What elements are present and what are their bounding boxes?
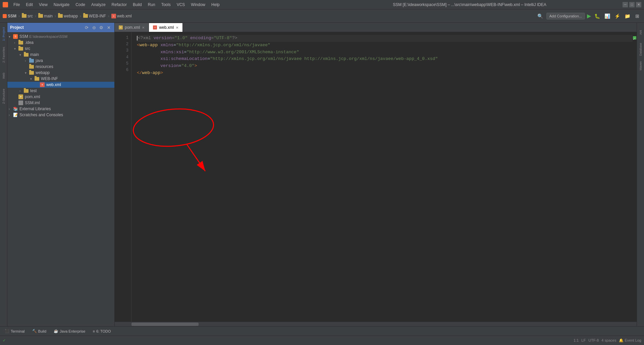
tab-java-enterprise[interactable]: ☕ Java Enterprise [50,328,89,334]
status-bar: ✓ 1:1 LF UTF-8 4 spaces 🔔 Event Log [0,336,644,345]
menu-file[interactable]: File [11,2,22,8]
tree-item-webxml[interactable]: X web.xml [7,82,114,88]
line-numbers: 1 2 3 4 5 6 [115,32,131,322]
menu-bar: File Edit View Navigate Code Analyze Ref… [11,2,317,8]
breadcrumb: SSM › src › main › webapp › WEB-INF › X … [3,14,132,18]
sidebar-favorites-icon[interactable]: 2: Favorites [0,45,7,65]
breadcrumb-ssm[interactable]: SSM [3,14,16,18]
vcs-icon[interactable]: 📁 [623,12,631,20]
right-sidebar-maven[interactable]: Maven [637,58,644,74]
tree-item-pomxml[interactable]: P pom.xml [7,94,114,100]
menu-run[interactable]: Run [145,2,158,8]
encoding-status[interactable]: UTF-8 [588,338,599,343]
tree-item-java[interactable]: › java [7,58,114,64]
window-title: SSM [E:\ideaworkspace\SSM] – ...\src\mai… [317,2,623,7]
sidebar-web-icon[interactable]: Web [0,66,7,86]
sync-icon[interactable]: ⟳ [84,24,90,30]
menu-refactor[interactable]: Refactor [109,2,129,8]
project-panel: Project ⟳ ⊖ ⚙ ✕ ▾ S SSM E:\ideaworkspace… [7,23,115,326]
close-panel-icon[interactable]: ✕ [106,24,112,30]
layout-icon[interactable]: ⊞ [633,12,641,20]
menu-tools[interactable]: Tools [159,2,173,8]
code-line-2: <web-app xmlns="http://xmlns.jcp.org/xml… [137,42,633,49]
tab-webxml[interactable]: X web.xml ✕ [149,23,183,32]
menu-help[interactable]: Help [209,2,222,8]
tree-item-scratches[interactable]: › 📝 Scratches and Consoles [7,112,114,118]
editor-scrollbar[interactable] [115,322,637,326]
project-header: Project ⟳ ⊖ ⚙ ✕ [7,23,114,32]
webxml-tab-icon: X [153,25,157,29]
breadcrumb-webxml[interactable]: X web.xml [111,14,132,18]
menu-edit[interactable]: Edit [23,2,36,8]
right-sidebar-ant[interactable]: Ant [637,24,644,41]
window-controls: ─ □ ✕ [623,2,641,7]
maximize-button[interactable]: □ [629,2,635,7]
build-tab-label: Build [38,329,46,333]
breadcrumb-webapp[interactable]: webapp [58,14,78,18]
tree-item-external-libraries[interactable]: › 📚 External Libraries [7,106,114,112]
code-line-5: version="4.0"> [137,63,633,70]
todo-tab-label: 6: TODO [96,329,111,333]
editor-area: 1 2 3 4 5 6 <?xml version="1.0" encoding… [115,32,637,326]
right-sidebar-database[interactable]: Database [637,41,644,58]
close-webxml-tab[interactable]: ✕ [176,26,178,29]
collapse-all-icon[interactable]: ⊖ [91,24,97,30]
tree-item-idea[interactable]: › .idea [7,40,114,46]
add-configuration-button[interactable]: Add Configuration... [546,13,585,19]
sidebar-structure-icon[interactable]: Z-Structure [0,86,7,107]
tree-item-ssmiml[interactable]: SSM.iml [7,100,114,106]
code-line-6: </web-app> [137,70,633,77]
menu-navigate[interactable]: Navigate [51,2,72,8]
app-icon [3,2,8,7]
minimize-button[interactable]: ─ [623,2,628,7]
code-area[interactable]: <?xml version="1.0" encoding="UTF-8"?> <… [131,32,633,322]
editor-tabs: P pom.xml ✕ X web.xml ✕ [115,23,637,32]
right-sidebar: Ant Database Maven [637,23,644,326]
menu-build[interactable]: Build [130,2,145,8]
tree-item-main[interactable]: ▾ main [7,52,114,58]
breadcrumb-src[interactable]: src [22,14,33,18]
tab-build[interactable]: 🔨 Build [29,328,50,334]
menu-analyze[interactable]: Analyze [89,2,108,8]
tree-item-src[interactable]: ▾ src [7,46,114,52]
tab-todo[interactable]: ≡ 6: TODO [89,329,114,334]
menu-window[interactable]: Window [188,2,208,8]
java-enterprise-tab-label: Java Enterprise [60,329,85,333]
gutter-checkmark: ✓ [633,36,636,40]
tree-item-webinf[interactable]: ▾ WEB-INF [7,76,114,82]
editor-right-gutter: ✓ [633,32,637,322]
toolbar: SSM › src › main › webapp › WEB-INF › X … [0,9,644,23]
tab-terminal[interactable]: ⬛ Terminal [1,328,28,334]
event-log[interactable]: 🔔 Event Log [619,338,641,343]
run-button[interactable]: ▶ [587,13,591,19]
breadcrumb-main[interactable]: main [38,14,53,18]
coverage-icon[interactable]: 📊 [603,12,611,20]
tab-pomxml[interactable]: P pom.xml ✕ [115,23,149,32]
tree-item-resources[interactable]: resources [7,64,114,70]
tab-webxml-label: web.xml [159,25,174,30]
profile-icon[interactable]: ⚡ [613,12,621,20]
tree-item-webapp[interactable]: ▾ webapp [7,70,114,76]
indent-status[interactable]: 4 spaces [601,338,616,343]
close-button[interactable]: ✕ [636,2,641,7]
pomxml-tab-icon: P [119,25,123,29]
menu-code[interactable]: Code [73,2,88,8]
editor-content[interactable]: 1 2 3 4 5 6 <?xml version="1.0" encoding… [115,32,637,322]
file-tree: ▾ S SSM E:\ideaworkspace\SSM › .idea ▾ s… [7,32,114,326]
line-ending[interactable]: LF [581,338,586,343]
sidebar-project-icon[interactable]: 1: Project [0,24,7,44]
settings-icon[interactable]: ⚙ [98,24,104,30]
tree-item-test[interactable]: › test [7,88,114,94]
close-pomxml-tab[interactable]: ✕ [142,26,145,29]
toolbar-right: 🔍 Add Configuration... ▶ 🐛 📊 ⚡ 📁 ⊞ [536,12,641,20]
debug-icon[interactable]: 🐛 [593,12,601,20]
status-ok-icon: ✓ [3,338,6,343]
menu-vcs[interactable]: VCS [174,2,188,8]
tree-item-ssm-root[interactable]: ▾ S SSM E:\ideaworkspace\SSM [7,33,114,40]
code-line-3: xmlns:xsi="http://www.w3.org/2001/XMLSch… [137,49,633,56]
breadcrumb-webinf[interactable]: WEB-INF [83,14,106,18]
menu-view[interactable]: View [36,2,50,8]
search-everywhere-icon[interactable]: 🔍 [536,12,544,20]
left-sidebar: 1: Project 2: Favorites Web Z-Structure [0,23,7,326]
tab-pomxml-label: pom.xml [125,25,140,30]
